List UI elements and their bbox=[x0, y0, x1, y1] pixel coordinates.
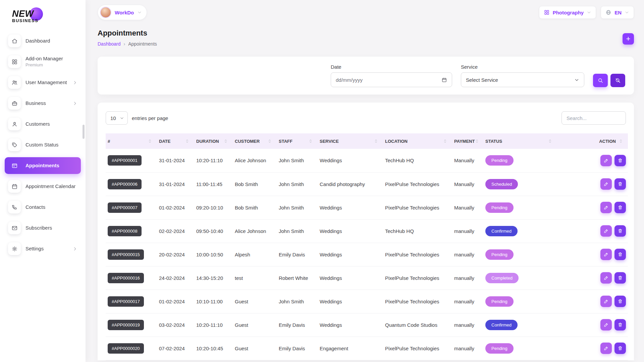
cell-date: 20-02-2024 bbox=[157, 243, 194, 266]
sidebar-item-business[interactable]: Business bbox=[5, 95, 81, 112]
table-row: #APP000001701-02-202410:10-11:00GuestJoh… bbox=[106, 290, 628, 313]
cell-customer: Guest bbox=[233, 337, 277, 360]
language-switcher[interactable]: EN bbox=[601, 6, 634, 19]
appointment-id-badge: #APP0000015 bbox=[108, 249, 144, 260]
cell-payment: manually bbox=[452, 266, 483, 290]
cell-location: PixelPulse Technologies bbox=[383, 266, 452, 290]
globe-icon bbox=[605, 9, 611, 15]
delete-button[interactable] bbox=[614, 155, 626, 166]
app: NEW BUSINESS DashboardAdd-on ManagerPrem… bbox=[0, 0, 644, 362]
entries-per-page-select[interactable]: 10 bbox=[106, 111, 128, 125]
column-header-customer[interactable]: CUSTOMER bbox=[233, 133, 277, 149]
trash-icon bbox=[618, 252, 623, 257]
edit-button[interactable] bbox=[600, 272, 612, 284]
column-header-location[interactable]: LOCATION bbox=[383, 133, 452, 149]
filter-actions bbox=[593, 74, 625, 87]
delete-button[interactable] bbox=[614, 202, 626, 213]
workspace-switcher[interactable]: WorkDo bbox=[98, 5, 147, 20]
user-icon bbox=[8, 118, 21, 130]
sidebar-item-label: Add-on ManagerPremium bbox=[25, 56, 63, 68]
sidebar-item-label: Custom Status bbox=[25, 142, 58, 148]
chevron-down-icon bbox=[574, 77, 579, 82]
sidebar-item-settings[interactable]: Settings bbox=[5, 240, 81, 257]
table-row: #APP000001624-02-202414:30-15:20testRobe… bbox=[106, 266, 628, 290]
sidebar-item-appointment-calendar[interactable]: Appointment Calendar bbox=[5, 178, 81, 195]
breadcrumb-item[interactable]: Dashboard bbox=[98, 41, 121, 47]
delete-button[interactable] bbox=[614, 178, 626, 190]
column-header-action[interactable]: ACTION bbox=[557, 133, 628, 149]
module-switcher[interactable]: Photography bbox=[539, 6, 596, 19]
gear-icon bbox=[8, 242, 21, 255]
delete-button[interactable] bbox=[614, 319, 626, 330]
delete-button[interactable] bbox=[614, 249, 626, 260]
edit-button[interactable] bbox=[600, 155, 612, 166]
table-search-input[interactable] bbox=[561, 111, 626, 125]
cell-duration: 10:00-10:50 bbox=[194, 243, 233, 266]
edit-button[interactable] bbox=[600, 296, 612, 307]
date-input[interactable]: dd/mm/yyyy bbox=[331, 72, 452, 87]
appointment-id-badge: #APP0000020 bbox=[108, 343, 144, 354]
edit-button[interactable] bbox=[600, 319, 612, 330]
column-header-label: DATE bbox=[159, 139, 170, 144]
sidebar-item-label: User Management bbox=[25, 79, 67, 85]
delete-button[interactable] bbox=[614, 225, 626, 237]
filter-search-button[interactable] bbox=[593, 74, 608, 87]
sidebar-item-dashboard[interactable]: Dashboard bbox=[5, 33, 81, 49]
calendar-icon bbox=[8, 180, 21, 193]
trash-icon bbox=[618, 322, 623, 327]
sidebar-scrollbar[interactable] bbox=[83, 125, 85, 139]
table-row: #APP00000701-02-202409:20-10:10Bob Smith… bbox=[106, 196, 628, 219]
cell-date: 01-02-2024 bbox=[157, 290, 194, 313]
column-header-payment[interactable]: PAYMENT bbox=[452, 133, 483, 149]
column-header-date[interactable]: DATE bbox=[157, 133, 194, 149]
entries-control: 10 entries per page bbox=[106, 111, 168, 125]
status-badge: Completed bbox=[485, 273, 519, 283]
delete-button[interactable] bbox=[614, 272, 626, 284]
column-header-label: STAFF bbox=[279, 139, 292, 144]
column-header-status[interactable]: STATUS bbox=[483, 133, 557, 149]
page-title: Appointments bbox=[98, 29, 157, 38]
page-head: Appointments Dashboard›Appointments + bbox=[98, 29, 634, 47]
cell-staff: Emily Davis bbox=[277, 337, 318, 360]
delete-button[interactable] bbox=[614, 343, 626, 354]
column-header--[interactable]: # bbox=[106, 133, 157, 149]
cell-customer: Guest bbox=[233, 290, 277, 313]
edit-button[interactable] bbox=[600, 202, 612, 213]
sidebar-item-contacts[interactable]: Contacts bbox=[5, 199, 81, 216]
edit-button[interactable] bbox=[600, 343, 612, 354]
cell-customer: Alice Johnson bbox=[233, 219, 277, 243]
appointment-id-badge: #APP000008 bbox=[108, 226, 142, 236]
pencil-icon bbox=[603, 252, 609, 257]
cell-service: Weddings bbox=[318, 149, 383, 172]
trash-icon bbox=[618, 346, 623, 351]
avatar bbox=[100, 7, 111, 18]
topbar: WorkDo Photography EN bbox=[86, 0, 644, 23]
sidebar-item-customers[interactable]: Customers bbox=[5, 116, 81, 132]
sidebar-item-custom-status[interactable]: Custom Status bbox=[5, 136, 81, 153]
column-header-duration[interactable]: DURATION bbox=[194, 133, 233, 149]
cell-payment: manually bbox=[452, 290, 483, 313]
sidebar-item-add-on-manager[interactable]: Add-on ManagerPremium bbox=[5, 53, 81, 70]
column-header-service[interactable]: SERVICE bbox=[318, 133, 383, 149]
sidebar-item-subscribers[interactable]: Subscribers bbox=[5, 220, 81, 236]
column-header-label: SERVICE bbox=[320, 139, 339, 144]
sidebar-item-sublabel: Premium bbox=[25, 62, 63, 68]
status-badge: Confirmed bbox=[485, 226, 518, 236]
edit-button[interactable] bbox=[600, 178, 612, 190]
filter-reset-button[interactable] bbox=[610, 74, 625, 87]
cell-payment: manually bbox=[452, 219, 483, 243]
edit-button[interactable] bbox=[600, 249, 612, 260]
sort-icon bbox=[443, 139, 447, 143]
service-select[interactable]: Select Service bbox=[461, 72, 584, 87]
status-badge: Pending bbox=[485, 155, 514, 166]
trash-icon bbox=[618, 205, 623, 210]
add-appointment-button[interactable]: + bbox=[623, 33, 634, 45]
sidebar-item-user-management[interactable]: User Management bbox=[5, 74, 81, 91]
column-header-staff[interactable]: STAFF bbox=[277, 133, 318, 149]
cell-service: Weddings bbox=[318, 266, 383, 290]
sidebar-item-appointments[interactable]: Appointments bbox=[5, 157, 81, 174]
delete-button[interactable] bbox=[614, 296, 626, 307]
edit-button[interactable] bbox=[600, 225, 612, 237]
cell-location: TechHub HQ bbox=[383, 149, 452, 172]
breadcrumb: Dashboard›Appointments bbox=[98, 41, 157, 47]
